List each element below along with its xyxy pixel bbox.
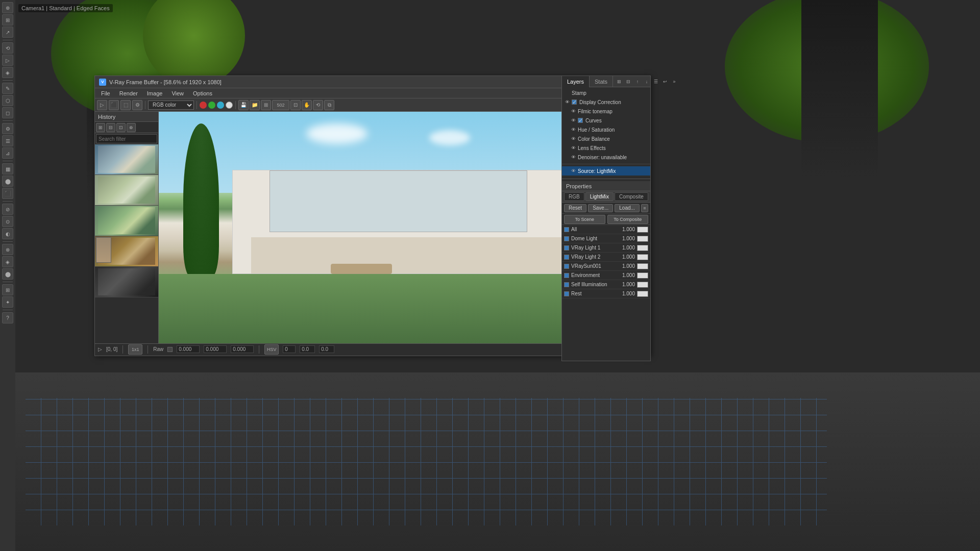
toolbar-btn-5[interactable]: ▷	[2, 55, 13, 66]
light-check-vray1[interactable]	[564, 245, 569, 251]
tool-color-correct[interactable]: ⧉	[324, 100, 334, 110]
light-check-rest[interactable]	[564, 291, 569, 296]
hist-btn-1[interactable]: ⊞	[96, 123, 105, 132]
red-channel-dot[interactable]	[200, 102, 207, 109]
toolbar-btn-16[interactable]: ⊘	[2, 204, 13, 215]
layer-eye-denoiser[interactable]: 👁	[570, 154, 576, 160]
layer-icon-3[interactable]: ↑	[633, 78, 642, 86]
light-swatch-rest[interactable]	[637, 291, 648, 297]
toolbar-btn-9[interactable]: ◻	[2, 107, 13, 118]
light-check-all[interactable]	[564, 227, 569, 232]
color-channel-select[interactable]: RGB color	[148, 101, 194, 110]
status-h-value[interactable]	[283, 345, 296, 353]
hist-btn-3[interactable]: ⊡	[116, 123, 126, 132]
tool-zoom-fit[interactable]: ⊡	[290, 100, 301, 110]
light-check-vray2[interactable]	[564, 255, 569, 260]
menu-image[interactable]: Image	[143, 89, 167, 97]
toolbar-btn-7[interactable]: ✎	[2, 83, 13, 94]
light-swatch-selfillum[interactable]	[637, 282, 648, 288]
toolbar-btn-20[interactable]: ◈	[2, 256, 13, 267]
props-load-btn[interactable]: Load...	[615, 204, 640, 212]
light-swatch-dome[interactable]	[637, 236, 648, 242]
toolbar-btn-19[interactable]: ⊗	[2, 244, 13, 255]
light-row-vray2[interactable]: VRay Light 2 1.000	[562, 253, 650, 262]
hist-btn-2[interactable]: ⊟	[106, 123, 115, 132]
light-check-vraysun[interactable]	[564, 264, 569, 269]
light-check-env[interactable]	[564, 273, 569, 278]
zoom-input[interactable]: 502	[272, 100, 289, 110]
layer-icon-7[interactable]: »	[670, 78, 678, 86]
layer-eye-dc[interactable]: 👁	[564, 99, 570, 105]
layer-check-dc[interactable]: ✓	[572, 99, 577, 105]
green-channel-dot[interactable]	[208, 102, 215, 109]
tool-render-start[interactable]: ▷	[97, 100, 107, 110]
props-save-btn[interactable]: Save...	[588, 204, 613, 212]
tool-render-settings[interactable]: ⚙	[132, 100, 142, 110]
tool-select-region[interactable]: ⊞	[261, 100, 271, 110]
props-list-btn[interactable]: ≡	[641, 204, 648, 212]
hist-btn-4[interactable]: ⊕	[127, 123, 136, 132]
toolbar-btn-22[interactable]: ⊞	[2, 284, 13, 295]
layer-eye-lens[interactable]: 👁	[570, 145, 576, 151]
layer-eye-huesat[interactable]: 👁	[570, 127, 576, 133]
tool-render-stop[interactable]: ⬛	[109, 100, 119, 110]
layer-denoiser[interactable]: 👁 Denoiser: unavailable	[562, 153, 650, 162]
alpha-channel-dot[interactable]	[226, 102, 233, 109]
light-swatch-all[interactable]	[637, 227, 648, 233]
layer-icon-4[interactable]: ↓	[643, 78, 651, 86]
layer-lens-effects[interactable]: 👁 Lens Effects	[562, 143, 650, 153]
status-b-value[interactable]	[231, 345, 254, 353]
layer-hue-sat[interactable]: 👁 Hue / Saturation	[562, 125, 650, 134]
layer-color-balance[interactable]: 👁 Color Balance	[562, 134, 650, 143]
thumbnail-2[interactable]	[95, 175, 158, 206]
light-swatch-vraysun[interactable]	[637, 263, 648, 269]
props-tab-composite[interactable]: Composite	[615, 192, 648, 201]
status-r-value[interactable]	[177, 345, 200, 353]
toolbar-btn-4[interactable]: ⟲	[2, 42, 13, 54]
menu-options[interactable]: Options	[189, 89, 216, 97]
toolbar-btn-10[interactable]: ⚙	[2, 123, 13, 134]
tool-save-image[interactable]: 💾	[238, 100, 249, 110]
props-tab-lightmix[interactable]: LightMix	[585, 192, 614, 201]
toolbar-btn-21[interactable]: ⬤	[2, 268, 13, 280]
light-row-dome[interactable]: Dome Light 1.000	[562, 234, 650, 243]
tool-render-region[interactable]: ⬚	[120, 100, 131, 110]
tool-save-all[interactable]: 📁	[250, 100, 260, 110]
layer-stamp[interactable]: 👁 Stamp	[562, 88, 650, 97]
toolbar-btn-24[interactable]: ?	[2, 312, 13, 323]
layer-icon-6[interactable]: ↩	[661, 78, 669, 86]
layer-icon-5[interactable]: ☰	[652, 78, 660, 86]
layer-curves[interactable]: 👁 ✓ Curves	[562, 116, 650, 125]
layer-check-curves[interactable]: ✓	[578, 118, 583, 123]
toolbar-btn-11[interactable]: ☰	[2, 135, 13, 146]
toolbar-btn-3[interactable]: ↗	[2, 27, 13, 38]
thumbnail-1[interactable]	[95, 144, 158, 175]
status-g-value[interactable]	[204, 345, 227, 353]
toolbar-btn-13[interactable]: ▦	[2, 163, 13, 174]
history-search-input[interactable]	[96, 134, 157, 143]
light-row-rest[interactable]: Rest 1.000	[562, 289, 650, 298]
light-row-all[interactable]: All 1.000	[562, 225, 650, 234]
menu-file[interactable]: File	[97, 89, 114, 97]
toolbar-btn-23[interactable]: ✦	[2, 296, 13, 308]
layer-eye-filmic[interactable]: 👁	[570, 108, 576, 114]
toolbar-btn-12[interactable]: ⊿	[2, 147, 13, 159]
layer-eye-curves[interactable]: 👁	[570, 117, 576, 123]
layer-display-correction[interactable]: 👁 ✓ Display Correction	[562, 97, 650, 107]
layer-eye-lightmix[interactable]: 👁	[570, 168, 576, 174]
sample-size-select[interactable]: 1x1	[128, 344, 142, 355]
tool-compare[interactable]: ⟲	[313, 100, 323, 110]
layer-filmic[interactable]: 👁 Filmic tonemap	[562, 107, 650, 116]
tab-layers[interactable]: Layers	[562, 76, 590, 87]
props-reset-btn[interactable]: Reset	[564, 204, 586, 212]
toolbar-btn-1[interactable]: ⊕	[2, 2, 13, 13]
color-space-select[interactable]: HSV	[264, 344, 279, 355]
layer-icon-2[interactable]: ⊟	[624, 78, 632, 86]
layer-icon-1[interactable]: ⊞	[615, 78, 623, 86]
layer-lightmix[interactable]: 👁 Source: LightMix	[562, 166, 650, 176]
light-swatch-env[interactable]	[637, 272, 648, 279]
props-tab-rgb[interactable]: RGB	[564, 192, 584, 201]
light-swatch-vray2[interactable]	[637, 254, 648, 260]
tool-pan[interactable]: ✋	[302, 100, 312, 110]
light-row-selfillum[interactable]: Self Illumination 1.000	[562, 280, 650, 289]
